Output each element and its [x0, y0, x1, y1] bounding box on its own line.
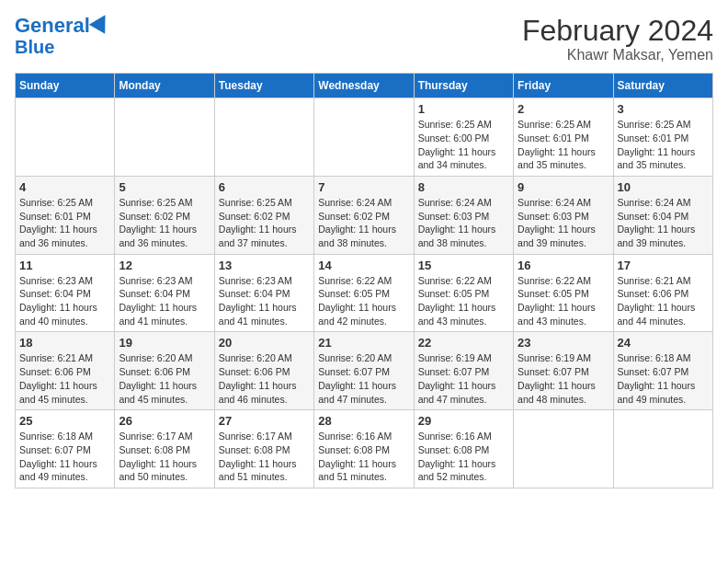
day-number: 15 [418, 259, 509, 272]
calendar-subtitle: Khawr Maksar, Yemen [522, 47, 713, 63]
calendar-cell: 3Sunrise: 6:25 AM Sunset: 6:01 PM Daylig… [613, 98, 712, 177]
calendar-cell: 12Sunrise: 6:23 AM Sunset: 6:04 PM Dayli… [115, 254, 214, 332]
day-number: 3 [618, 102, 709, 116]
day-info: Sunrise: 6:23 AM Sunset: 6:04 PM Dayligh… [119, 274, 210, 328]
calendar-cell: 26Sunrise: 6:17 AM Sunset: 6:08 PM Dayli… [115, 410, 214, 488]
calendar-week-row: 25Sunrise: 6:18 AM Sunset: 6:07 PM Dayli… [16, 410, 713, 488]
day-info: Sunrise: 6:24 AM Sunset: 6:03 PM Dayligh… [518, 196, 609, 250]
day-info: Sunrise: 6:21 AM Sunset: 6:06 PM Dayligh… [19, 351, 110, 406]
day-info: Sunrise: 6:19 AM Sunset: 6:07 PM Dayligh… [518, 351, 609, 406]
day-info: Sunrise: 6:22 AM Sunset: 6:05 PM Dayligh… [518, 274, 609, 328]
day-number: 17 [618, 259, 709, 272]
header-thursday: Thursday [414, 74, 513, 98]
day-info: Sunrise: 6:24 AM Sunset: 6:04 PM Dayligh… [618, 196, 709, 250]
day-number: 28 [318, 414, 409, 428]
calendar-cell: 29Sunrise: 6:16 AM Sunset: 6:08 PM Dayli… [414, 410, 513, 488]
calendar-cell: 5Sunrise: 6:25 AM Sunset: 6:02 PM Daylig… [115, 176, 214, 254]
day-number: 25 [19, 414, 110, 428]
day-number: 10 [618, 180, 709, 194]
calendar-cell: 19Sunrise: 6:20 AM Sunset: 6:06 PM Dayli… [115, 332, 214, 410]
day-number: 29 [418, 414, 509, 428]
day-number: 21 [318, 336, 409, 350]
day-number: 4 [19, 180, 110, 194]
day-info: Sunrise: 6:24 AM Sunset: 6:02 PM Dayligh… [318, 196, 409, 250]
page-header: General Blue February 2024 Khawr Maksar,… [15, 15, 713, 63]
day-info: Sunrise: 6:18 AM Sunset: 6:07 PM Dayligh… [19, 430, 110, 484]
calendar-week-row: 1Sunrise: 6:25 AM Sunset: 6:00 PM Daylig… [16, 98, 713, 177]
day-number: 7 [318, 180, 409, 194]
day-number: 2 [518, 102, 609, 116]
calendar-title: February 2024 [522, 15, 713, 47]
day-info: Sunrise: 6:16 AM Sunset: 6:08 PM Dayligh… [418, 430, 509, 484]
day-info: Sunrise: 6:16 AM Sunset: 6:08 PM Dayligh… [318, 430, 409, 484]
header-monday: Monday [115, 74, 214, 98]
calendar-cell: 23Sunrise: 6:19 AM Sunset: 6:07 PM Dayli… [514, 332, 613, 410]
day-info: Sunrise: 6:17 AM Sunset: 6:08 PM Dayligh… [119, 430, 210, 484]
header-friday: Friday [514, 74, 613, 98]
calendar-week-row: 4Sunrise: 6:25 AM Sunset: 6:01 PM Daylig… [16, 176, 713, 254]
day-info: Sunrise: 6:25 AM Sunset: 6:01 PM Dayligh… [19, 196, 110, 250]
calendar-week-row: 18Sunrise: 6:21 AM Sunset: 6:06 PM Dayli… [16, 332, 713, 410]
calendar-cell: 6Sunrise: 6:25 AM Sunset: 6:02 PM Daylig… [214, 176, 313, 254]
header-wednesday: Wednesday [314, 74, 414, 98]
calendar-cell: 4Sunrise: 6:25 AM Sunset: 6:01 PM Daylig… [16, 176, 115, 254]
calendar-cell: 25Sunrise: 6:18 AM Sunset: 6:07 PM Dayli… [16, 410, 115, 488]
day-number: 16 [518, 259, 609, 272]
day-number: 5 [119, 180, 210, 194]
calendar-week-row: 11Sunrise: 6:23 AM Sunset: 6:04 PM Dayli… [16, 254, 713, 332]
day-info: Sunrise: 6:17 AM Sunset: 6:08 PM Dayligh… [219, 430, 310, 484]
calendar-cell: 2Sunrise: 6:25 AM Sunset: 6:01 PM Daylig… [514, 98, 613, 177]
calendar-cell [514, 410, 613, 488]
day-number: 22 [418, 336, 509, 350]
day-number: 24 [618, 336, 709, 350]
calendar-cell [115, 98, 214, 177]
day-number: 8 [418, 180, 509, 194]
day-info: Sunrise: 6:19 AM Sunset: 6:07 PM Dayligh… [418, 351, 509, 406]
calendar-cell: 16Sunrise: 6:22 AM Sunset: 6:05 PM Dayli… [514, 254, 613, 332]
day-info: Sunrise: 6:25 AM Sunset: 6:01 PM Dayligh… [618, 118, 709, 172]
calendar-cell: 14Sunrise: 6:22 AM Sunset: 6:05 PM Dayli… [314, 254, 414, 332]
day-info: Sunrise: 6:23 AM Sunset: 6:04 PM Dayligh… [19, 274, 110, 328]
calendar-cell: 21Sunrise: 6:20 AM Sunset: 6:07 PM Dayli… [314, 332, 414, 410]
calendar-cell [613, 410, 712, 488]
day-number: 20 [219, 336, 310, 350]
day-info: Sunrise: 6:22 AM Sunset: 6:05 PM Dayligh… [418, 274, 509, 328]
calendar-cell: 18Sunrise: 6:21 AM Sunset: 6:06 PM Dayli… [16, 332, 115, 410]
day-number: 6 [219, 180, 310, 194]
calendar-cell: 24Sunrise: 6:18 AM Sunset: 6:07 PM Dayli… [613, 332, 712, 410]
calendar-cell: 17Sunrise: 6:21 AM Sunset: 6:06 PM Dayli… [613, 254, 712, 332]
calendar-cell [16, 98, 115, 177]
calendar-cell: 1Sunrise: 6:25 AM Sunset: 6:00 PM Daylig… [414, 98, 513, 177]
day-info: Sunrise: 6:21 AM Sunset: 6:06 PM Dayligh… [618, 274, 709, 328]
day-number: 19 [119, 336, 210, 350]
day-number: 14 [318, 259, 409, 272]
calendar-cell: 28Sunrise: 6:16 AM Sunset: 6:08 PM Dayli… [314, 410, 414, 488]
header-tuesday: Tuesday [214, 74, 313, 98]
calendar-cell: 9Sunrise: 6:24 AM Sunset: 6:03 PM Daylig… [514, 176, 613, 254]
day-info: Sunrise: 6:25 AM Sunset: 6:02 PM Dayligh… [119, 196, 210, 250]
header-sunday: Sunday [16, 74, 115, 98]
calendar-cell: 8Sunrise: 6:24 AM Sunset: 6:03 PM Daylig… [414, 176, 513, 254]
day-info: Sunrise: 6:23 AM Sunset: 6:04 PM Dayligh… [219, 274, 310, 328]
day-number: 12 [119, 259, 210, 272]
calendar-header-row: SundayMondayTuesdayWednesdayThursdayFrid… [16, 74, 713, 98]
day-info: Sunrise: 6:25 AM Sunset: 6:00 PM Dayligh… [418, 118, 509, 172]
calendar-cell [214, 98, 313, 177]
day-info: Sunrise: 6:25 AM Sunset: 6:02 PM Dayligh… [219, 196, 310, 250]
day-info: Sunrise: 6:25 AM Sunset: 6:01 PM Dayligh… [518, 118, 609, 172]
calendar-cell: 10Sunrise: 6:24 AM Sunset: 6:04 PM Dayli… [613, 176, 712, 254]
calendar-cell: 13Sunrise: 6:23 AM Sunset: 6:04 PM Dayli… [214, 254, 313, 332]
day-number: 23 [518, 336, 609, 350]
calendar-cell: 15Sunrise: 6:22 AM Sunset: 6:05 PM Dayli… [414, 254, 513, 332]
logo: General Blue [15, 15, 110, 57]
day-number: 13 [219, 259, 310, 272]
day-info: Sunrise: 6:20 AM Sunset: 6:06 PM Dayligh… [219, 351, 310, 406]
calendar-cell: 11Sunrise: 6:23 AM Sunset: 6:04 PM Dayli… [16, 254, 115, 332]
day-info: Sunrise: 6:20 AM Sunset: 6:06 PM Dayligh… [119, 351, 210, 406]
title-block: February 2024 Khawr Maksar, Yemen [522, 15, 713, 63]
calendar-cell: 20Sunrise: 6:20 AM Sunset: 6:06 PM Dayli… [214, 332, 313, 410]
day-number: 1 [418, 102, 509, 116]
header-saturday: Saturday [613, 74, 712, 98]
day-info: Sunrise: 6:18 AM Sunset: 6:07 PM Dayligh… [618, 351, 709, 406]
calendar-cell [314, 98, 414, 177]
